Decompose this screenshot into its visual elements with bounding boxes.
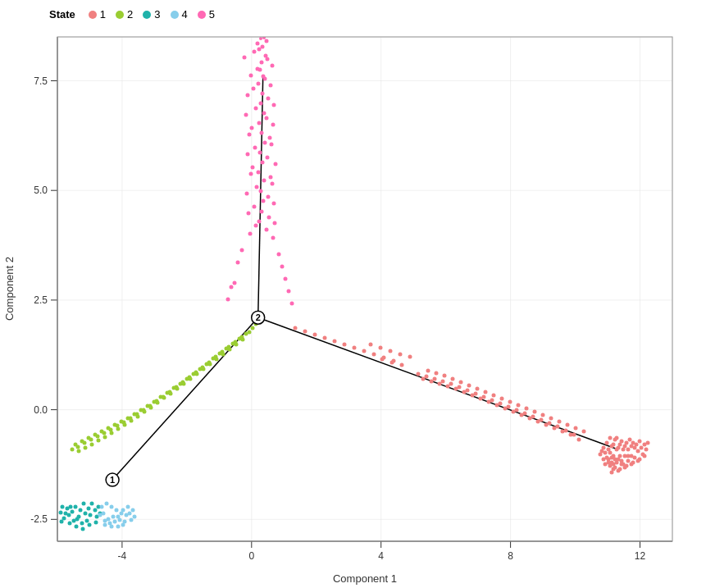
svg-point-379 <box>400 363 404 367</box>
x-tick-0: 0 <box>248 550 254 562</box>
svg-point-99 <box>230 285 234 289</box>
svg-point-179 <box>228 348 232 352</box>
svg-point-214 <box>94 521 98 525</box>
svg-point-220 <box>112 515 116 519</box>
svg-point-166 <box>143 410 147 414</box>
svg-point-63 <box>263 77 267 81</box>
svg-point-30 <box>259 189 263 194</box>
svg-point-386 <box>369 343 373 347</box>
svg-point-160 <box>103 435 107 440</box>
svg-point-49 <box>267 216 271 220</box>
svg-point-161 <box>110 431 114 435</box>
svg-point-346 <box>430 380 434 384</box>
svg-point-131 <box>83 441 87 445</box>
svg-point-335 <box>520 413 524 417</box>
svg-point-345 <box>438 382 442 386</box>
svg-point-380 <box>390 361 394 365</box>
svg-point-64 <box>256 67 260 71</box>
svg-point-332 <box>544 423 549 427</box>
svg-point-340 <box>479 397 483 401</box>
node2-label: 2 <box>256 312 261 322</box>
svg-point-238 <box>121 523 125 527</box>
svg-point-89 <box>265 39 269 43</box>
svg-point-218 <box>115 508 119 513</box>
svg-point-182 <box>248 330 252 335</box>
svg-point-383 <box>399 353 403 357</box>
svg-point-287 <box>620 463 624 467</box>
svg-point-190 <box>71 510 75 514</box>
svg-point-29 <box>262 199 266 203</box>
svg-point-197 <box>80 522 84 526</box>
svg-point-80 <box>244 113 248 117</box>
svg-point-71 <box>272 202 276 206</box>
svg-point-236 <box>110 525 114 529</box>
svg-point-167 <box>149 406 153 410</box>
svg-point-164 <box>130 419 134 423</box>
svg-point-326 <box>425 375 429 379</box>
svg-point-225 <box>121 508 125 513</box>
svg-point-233 <box>128 512 132 516</box>
svg-point-324 <box>441 380 445 384</box>
svg-point-298 <box>599 453 603 457</box>
svg-point-50 <box>253 205 257 209</box>
svg-point-250 <box>607 448 611 452</box>
x-axis-label: Component 1 <box>333 572 397 585</box>
svg-point-180 <box>235 343 239 347</box>
svg-point-76 <box>246 153 250 157</box>
svg-point-356 <box>517 403 521 408</box>
svg-point-54 <box>251 166 255 170</box>
svg-point-358 <box>500 397 504 401</box>
svg-point-84 <box>249 74 253 78</box>
svg-point-384 <box>389 349 393 353</box>
svg-point-264 <box>628 438 632 442</box>
svg-point-46 <box>257 48 262 52</box>
svg-point-348 <box>582 430 586 434</box>
svg-point-381 <box>380 358 385 362</box>
svg-point-93 <box>240 248 244 253</box>
svg-point-215 <box>60 520 64 524</box>
svg-point-239 <box>103 523 107 527</box>
svg-point-217 <box>110 505 114 509</box>
svg-point-196 <box>72 519 76 523</box>
svg-point-373 <box>343 343 347 347</box>
svg-point-349 <box>574 426 578 431</box>
svg-point-78 <box>248 133 252 137</box>
svg-point-132 <box>89 438 93 442</box>
svg-point-300 <box>646 441 650 445</box>
svg-point-40 <box>261 92 265 96</box>
svg-point-171 <box>175 387 180 391</box>
svg-point-77 <box>270 143 274 147</box>
svg-point-242 <box>605 441 609 445</box>
svg-point-235 <box>98 513 102 517</box>
svg-point-347 <box>421 377 426 381</box>
svg-point-327 <box>417 372 421 376</box>
svg-point-372 <box>353 346 357 350</box>
chart-container: State 1 2 3 4 5 <box>0 0 706 588</box>
svg-point-186 <box>74 505 78 509</box>
svg-point-385 <box>379 346 383 350</box>
svg-point-237 <box>116 525 121 529</box>
svg-point-47 <box>265 228 269 232</box>
svg-point-188 <box>84 512 88 516</box>
svg-point-350 <box>566 423 570 427</box>
svg-point-33 <box>261 161 265 165</box>
svg-point-178 <box>221 353 225 357</box>
svg-point-134 <box>102 431 107 435</box>
svg-point-357 <box>508 400 512 404</box>
svg-point-362 <box>467 384 471 388</box>
y-axis-label: Component 2 <box>3 257 16 321</box>
svg-point-211 <box>75 525 79 529</box>
svg-point-283 <box>636 449 640 454</box>
svg-point-333 <box>536 420 540 424</box>
svg-point-66 <box>253 50 257 54</box>
svg-point-195 <box>66 507 70 511</box>
svg-point-176 <box>208 362 212 367</box>
svg-point-255 <box>612 443 616 447</box>
svg-point-162 <box>116 427 121 431</box>
svg-point-342 <box>462 390 467 394</box>
y-tick-0: 0.0 <box>34 404 48 416</box>
svg-point-285 <box>633 456 637 460</box>
svg-point-157 <box>84 446 88 450</box>
svg-point-85 <box>271 64 275 68</box>
svg-point-371 <box>362 349 367 353</box>
